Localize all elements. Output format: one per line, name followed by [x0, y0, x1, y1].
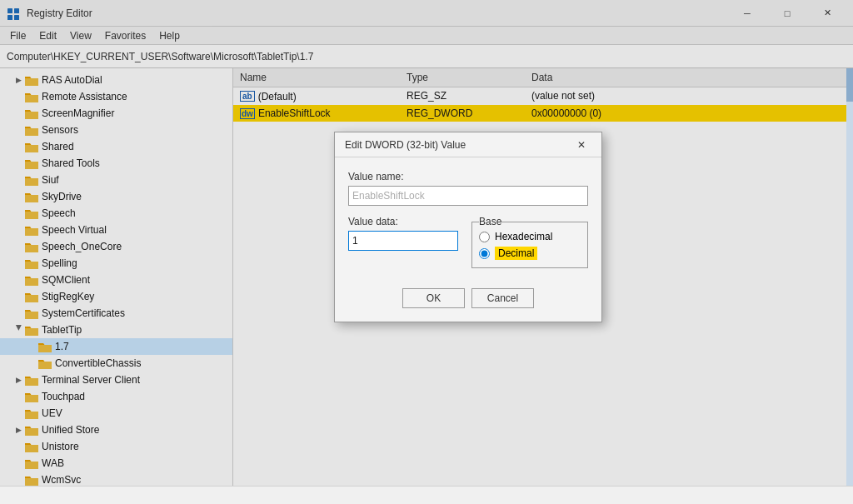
- cancel-button[interactable]: Cancel: [471, 288, 534, 308]
- decimal-option[interactable]: Decimal: [479, 247, 581, 259]
- value-name-input[interactable]: [348, 186, 588, 206]
- modal-overlay: Edit DWORD (32-bit) Value ✕ Value name: …: [0, 0, 853, 504]
- value-name-label: Value name:: [348, 171, 588, 182]
- value-data-section: Value data:: [348, 216, 458, 268]
- dialog-titlebar: Edit DWORD (32-bit) Value ✕: [335, 132, 601, 157]
- scrollbar-thumb[interactable]: [846, 68, 853, 102]
- dialog-body: Value name: Value data: Base Hexadecimal: [335, 157, 601, 282]
- decimal-radio[interactable]: [479, 248, 490, 259]
- dialog-close-button[interactable]: ✕: [571, 135, 591, 155]
- edit-dword-dialog: Edit DWORD (32-bit) Value ✕ Value name: …: [334, 132, 602, 322]
- hexadecimal-label: Hexadecimal: [495, 231, 552, 242]
- dialog-title: Edit DWORD (32-bit) Value: [345, 139, 571, 151]
- status-bar: [0, 486, 853, 504]
- dialog-footer: OK Cancel: [335, 282, 601, 322]
- value-data-input[interactable]: [348, 231, 458, 251]
- hexadecimal-option[interactable]: Hexadecimal: [479, 231, 581, 242]
- dialog-row: Value data: Base Hexadecimal Decim: [348, 216, 588, 268]
- scrollbar-track[interactable]: [846, 68, 853, 486]
- decimal-label: Decimal: [495, 247, 537, 259]
- value-data-label: Value data:: [348, 216, 458, 227]
- base-legend: Base: [479, 216, 501, 227]
- hexadecimal-radio[interactable]: [479, 232, 490, 242]
- base-section: Base Hexadecimal Decimal: [471, 216, 588, 268]
- ok-button[interactable]: OK: [402, 288, 465, 308]
